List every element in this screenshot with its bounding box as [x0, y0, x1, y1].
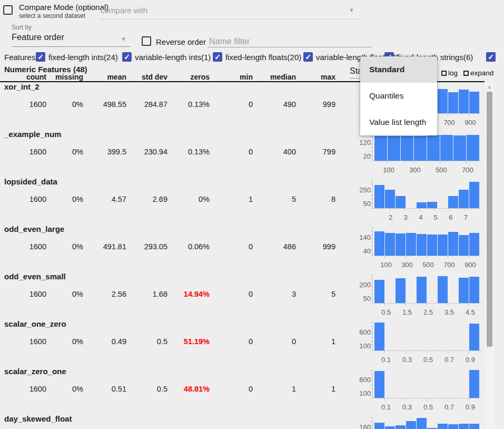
x-axis	[371, 303, 481, 304]
histogram-bar	[448, 424, 458, 429]
x-tick	[384, 304, 385, 306]
x-tick	[406, 304, 406, 306]
scrollbar-thumb[interactable]	[487, 92, 492, 347]
y-tick-label: 600	[357, 376, 371, 384]
y-tick	[371, 231, 372, 232]
histogram-bar	[374, 371, 384, 398]
x-tick	[469, 114, 469, 116]
cell-mean: 2.56	[90, 290, 126, 298]
compare-mode-checkbox[interactable]	[3, 5, 13, 15]
histogram-bar	[406, 233, 416, 256]
histogram-bar	[459, 424, 469, 429]
cell-missing: 0%	[52, 148, 83, 156]
histogram-bar	[469, 370, 479, 398]
reverse-order-checkbox[interactable]	[142, 36, 151, 46]
y-tick	[371, 202, 372, 203]
feature-type-checkbox[interactable]: ✓	[213, 52, 222, 62]
y-axis	[372, 179, 373, 208]
cell-median: 486	[259, 242, 296, 251]
x-tick	[448, 114, 448, 116]
cell-mean: 498.55	[90, 100, 126, 109]
log-checkbox-icon	[441, 71, 447, 76]
histogram-bar	[469, 324, 479, 350]
cell-zeros: 0.06%	[167, 242, 210, 251]
menu-item-value-list-length[interactable]: Value list length	[360, 109, 437, 135]
cell-max: 1	[299, 337, 335, 346]
cell-zeros: 0.13%	[167, 100, 210, 109]
x-tick-label: 0.9	[459, 403, 482, 411]
histogram-bar	[385, 426, 395, 429]
y-tick-label: 600	[357, 328, 371, 336]
y-tick	[371, 180, 372, 181]
x-tick-label: 500	[430, 166, 453, 174]
column-header-missing: missing	[52, 73, 83, 81]
expand-toggle[interactable]: expand	[463, 69, 493, 77]
table-row: lopsided_data16000%4.572.690%15825050234…	[0, 177, 504, 225]
x-tick-label: 0.9	[459, 356, 482, 364]
histogram-bar	[448, 92, 458, 113]
y-tick-label: 160	[357, 423, 371, 429]
y-tick	[371, 155, 372, 155]
x-tick	[449, 209, 450, 211]
cell-missing: 0%	[52, 195, 83, 203]
feature-name: lopsided_data	[4, 177, 57, 186]
sort-by-label: Sort by	[12, 24, 32, 31]
x-tick	[427, 398, 427, 401]
table-row: day_skewed_float160600.10.30.50.70.9	[0, 414, 504, 429]
histogram-bar	[427, 135, 440, 161]
log-toggle[interactable]: log	[441, 69, 458, 77]
menu-item-standard[interactable]: Standard	[360, 56, 437, 83]
y-tick	[371, 235, 372, 236]
feature-type-checkbox[interactable]: ✓	[36, 52, 45, 62]
y-tick	[371, 199, 372, 199]
x-tick-label: 100	[377, 166, 400, 174]
cell-std-dev: 0.5	[131, 337, 167, 346]
y-tick	[371, 381, 372, 382]
column-header-mean: mean	[90, 73, 126, 81]
feature-type-checkbox[interactable]: ✓	[122, 52, 132, 62]
cell-max: 1	[299, 385, 335, 393]
feature-name: xor_int_2	[4, 82, 39, 91]
feature-type-checkbox[interactable]: ✓	[486, 52, 496, 62]
feature-type-checkbox[interactable]: ✓	[303, 52, 313, 62]
y-tick	[371, 282, 372, 283]
reverse-order-label: Reverse order	[156, 37, 206, 46]
x-tick-label: 700	[438, 119, 461, 126]
cell-zeros: 51.19%	[167, 337, 210, 346]
y-tick	[371, 341, 372, 342]
histogram-bar	[453, 135, 466, 161]
cell-missing: 0%	[52, 242, 83, 251]
y-tick-label: 120	[357, 139, 371, 147]
histogram-bar	[438, 89, 448, 113]
name-filter-input[interactable]: Name filter	[209, 37, 250, 46]
x-tick-label: 300	[403, 166, 427, 174]
histogram-odd_even_small: 200500.51.52.53.54.5	[357, 272, 486, 320]
x-tick-label: 100	[374, 261, 398, 269]
cell-max: 999	[299, 242, 335, 251]
cell-median: 3	[259, 290, 296, 298]
compare-with-dropdown-arrow-icon[interactable]: ▼	[349, 7, 354, 13]
y-axis	[372, 132, 373, 161]
histogram-bar	[414, 136, 427, 161]
y-tick	[371, 246, 372, 247]
x-axis	[371, 350, 481, 351]
histogram-bar	[438, 424, 448, 429]
scrollbar-up-arrow-icon[interactable]: ▲	[485, 83, 494, 91]
y-tick	[371, 294, 372, 294]
x-tick	[469, 256, 469, 258]
y-tick	[371, 370, 372, 370]
y-tick	[371, 195, 372, 196]
histogram-scalar_one_zero: 6001000.10.30.50.70.9	[357, 319, 486, 368]
y-tick-label: 20	[357, 152, 371, 160]
y-tick	[371, 290, 372, 290]
chart-select[interactable]: Standard	[350, 66, 360, 76]
y-tick-label: 100	[357, 342, 371, 350]
menu-item-quantiles[interactable]: Quantiles	[360, 83, 437, 109]
column-header-zeros: zeros	[167, 73, 210, 81]
sort-by-select[interactable]: Feature order ▼	[12, 32, 131, 47]
y-tick-label: 140	[357, 233, 371, 241]
cell-mean: 491.81	[90, 242, 126, 251]
cell-median: 0	[259, 337, 296, 346]
cell-min: 0	[216, 290, 253, 298]
cell-missing: 0%	[52, 290, 83, 298]
